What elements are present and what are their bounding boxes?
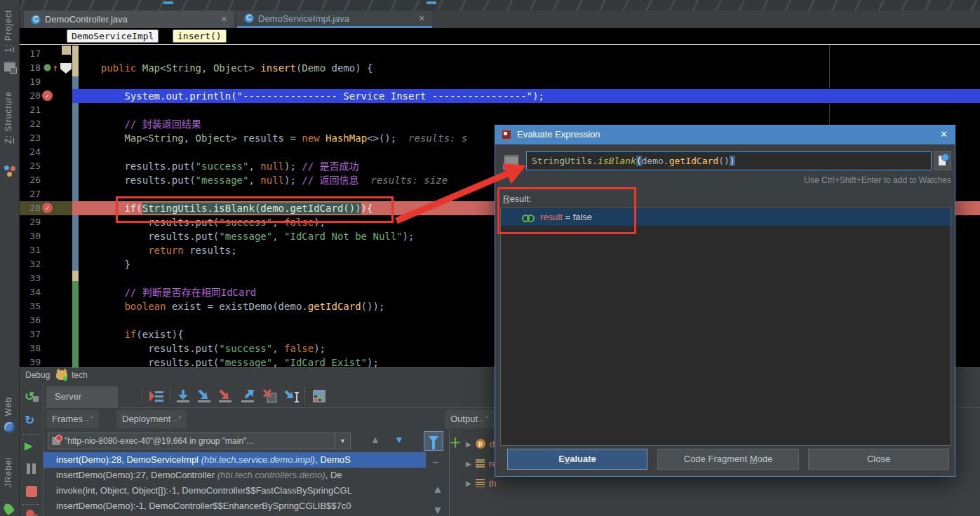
force-step-into-icon[interactable]	[217, 388, 233, 404]
line-number: 36	[20, 313, 41, 327]
tab-democontroller[interactable]: C DemoController.java ✕	[24, 11, 234, 28]
code-line-21[interactable]: 21	[20, 103, 980, 117]
frame-row[interactable]: insert(Demo):28, DemoServiceImpl (hbi.te…	[43, 452, 426, 468]
rerun-button[interactable]: ↺	[25, 389, 39, 403]
tab-deployment[interactable]: Deployment→"	[116, 410, 187, 428]
project-folder-icon[interactable]	[4, 62, 15, 72]
text-segment: "---------------- Service Insert -------…	[237, 90, 532, 102]
top-strip-mark	[427, 1, 436, 4]
text-segment: Map	[124, 133, 142, 144]
variable-row[interactable]: ▶th	[450, 475, 980, 491]
code-text: results.put("message", "IdCard Exist");	[77, 355, 379, 367]
expand-arrow-icon[interactable]: ▶	[466, 440, 471, 448]
breadcrumb-class[interactable]: DemoServiceImpl	[67, 29, 159, 43]
text-segment: insertDemo(Demo):27, DemoController	[56, 470, 217, 480]
resume-button[interactable]: ▶	[25, 440, 39, 454]
text-segment: System.out.println(	[124, 90, 236, 102]
code-line-18[interactable]: 18↑ public Map<String, Object> insert(De…	[20, 61, 980, 75]
text-segment: String	[166, 62, 201, 74]
line-number: 29	[20, 215, 41, 229]
text-segment: results.put(	[148, 357, 219, 367]
close-button[interactable]: Close	[808, 449, 949, 470]
tab-demoserviceimpl[interactable]: C DemoServiceImpl.java ✕	[237, 11, 432, 28]
tab-label: DemoServiceImpl.java	[258, 13, 349, 24]
text-segment: // 是否成功	[302, 161, 358, 172]
sidebar-item-jrebel[interactable]: JRebel	[4, 457, 13, 487]
step-into-icon[interactable]	[196, 388, 212, 404]
run-config-name: tech	[72, 370, 88, 380]
line-number: 33	[20, 271, 41, 285]
text-segment: insertDemo(Demo):-1, DemoController$$Enh…	[56, 501, 351, 511]
text-segment: insert	[260, 62, 296, 74]
toolbar-divider	[170, 388, 170, 405]
frame-row[interactable]: invoke(int, Object, Object[]):-1, DemoCo…	[43, 483, 426, 498]
sidebar-item-project[interactable]: 1: Project	[4, 10, 13, 53]
structure-icon[interactable]	[4, 165, 15, 175]
breakpoint-icon[interactable]: ✓	[42, 90, 53, 101]
scroll-down-icon[interactable]: ▼	[432, 504, 443, 516]
tab-suffix: →"	[478, 415, 488, 423]
line-number: 19	[20, 75, 41, 89]
evaluate-expression-icon[interactable]	[311, 388, 327, 404]
step-over-icon[interactable]	[175, 388, 191, 404]
code-line-19[interactable]: 19	[20, 75, 980, 89]
text-segment	[77, 161, 124, 172]
toolbar-divider	[22, 434, 41, 435]
expression-input[interactable]: StringUtils.isBlank(demo.getIdCard())	[526, 151, 932, 170]
pause-button[interactable]	[25, 462, 39, 476]
web-globe-icon[interactable]	[4, 422, 15, 433]
tab-server[interactable]: Server	[46, 386, 118, 408]
sidebar-item-structure[interactable]: Z: Structure	[4, 91, 13, 144]
remove-icon[interactable]: −	[432, 456, 438, 469]
step-out-icon[interactable]	[240, 388, 255, 404]
text-segment	[77, 357, 148, 367]
view-breakpoints-button[interactable]	[26, 510, 34, 516]
text-segment: "message"	[219, 231, 272, 242]
update-application-button[interactable]: ↻	[25, 413, 39, 427]
breadcrumb-method[interactable]: insert()	[173, 29, 227, 43]
sidebar-item-web[interactable]: Web	[4, 397, 13, 416]
thread-selector[interactable]: "http-nio-8080-exec-40"@19,664 in group …	[48, 433, 351, 449]
code-line-17[interactable]: 17	[20, 47, 980, 61]
text-segment	[77, 245, 148, 256]
evaluate-button[interactable]: Evaluate	[507, 449, 647, 470]
frame-row[interactable]: insertDemo(Demo):27, DemoController (hbi…	[43, 468, 426, 483]
expression-history-icon[interactable]	[934, 151, 951, 170]
debug-left-toolbar: ↺ ↻ ▶	[20, 383, 43, 516]
frame-row[interactable]: insertDemo(Demo):-1, DemoController$$Enh…	[43, 498, 426, 514]
ide-window: 1: Project Z: Structure Web JRebel C Dem…	[0, 0, 980, 516]
scroll-up-icon[interactable]: ▲	[432, 483, 443, 496]
text-segment: // 返回信息	[302, 175, 358, 186]
code-line-20[interactable]: 20✓ System.out.println("----------------…	[20, 89, 980, 103]
panel-splitter[interactable]	[449, 430, 450, 516]
breakpoint-icon[interactable]: ✓	[42, 203, 53, 213]
tab-frames[interactable]: Frames→"	[46, 410, 99, 428]
tab-output[interactable]: Output→"	[445, 410, 494, 428]
jrebel-rocket-icon[interactable]	[2, 502, 15, 515]
dropdown-arrow-icon[interactable]: ▼	[335, 433, 350, 449]
text-segment: ()	[718, 156, 730, 166]
text-segment	[77, 133, 124, 144]
dialog-titlebar[interactable]: Evaluate Expression ✕	[495, 125, 955, 144]
stop-button[interactable]	[26, 486, 37, 497]
debug-title: Debug	[25, 370, 50, 380]
line-number: 38	[20, 341, 41, 355]
frame-up-icon[interactable]: ▲	[370, 434, 380, 445]
expand-arrow-icon[interactable]: ▶	[466, 460, 471, 468]
run-to-cursor-icon[interactable]	[284, 388, 300, 404]
text-segment: (hbi.tech.service.demo.impl)	[201, 454, 316, 465]
text-segment: boolean	[124, 301, 171, 312]
close-tab-icon[interactable]: ✕	[221, 15, 227, 24]
frame-down-icon[interactable]: ▼	[394, 434, 404, 445]
text-segment: results: s	[396, 133, 467, 144]
expand-arrow-icon[interactable]: ▶	[466, 480, 471, 487]
line-number: 35	[20, 299, 41, 313]
drop-frame-icon[interactable]	[262, 388, 278, 404]
show-execution-point-icon[interactable]	[149, 388, 164, 404]
implementing-method-icon[interactable]	[43, 64, 51, 72]
text-segment: )	[730, 156, 735, 166]
close-icon[interactable]: ✕	[940, 129, 948, 140]
code-fragment-mode-button[interactable]: Code Fragment Mode	[657, 449, 799, 470]
text-segment: "message"	[196, 175, 249, 186]
close-tab-icon[interactable]: ✕	[419, 14, 425, 23]
